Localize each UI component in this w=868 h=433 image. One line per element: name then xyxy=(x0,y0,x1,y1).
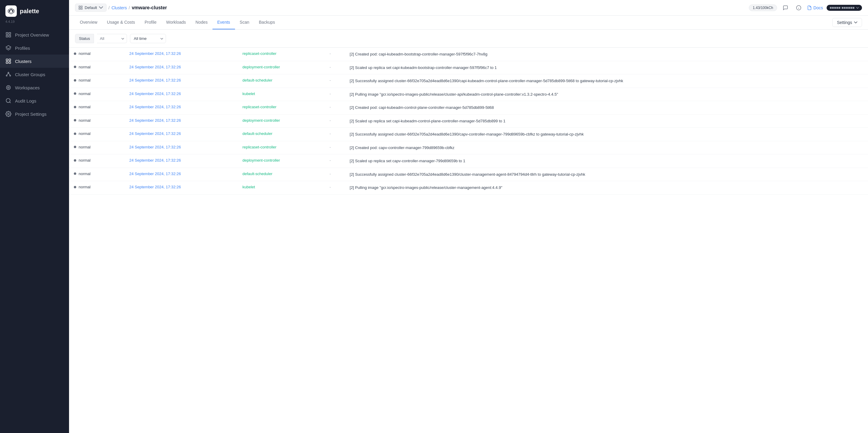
status-filter-label: Status xyxy=(75,34,94,43)
audit-icon xyxy=(5,98,11,104)
status-dot xyxy=(74,92,76,95)
svg-rect-25 xyxy=(81,8,82,9)
svg-rect-8 xyxy=(6,59,8,61)
chat-icon-btn[interactable] xyxy=(781,3,790,12)
status-dot xyxy=(74,53,76,55)
dash-cell: - xyxy=(325,74,345,88)
source-cell[interactable]: kubelet xyxy=(238,181,325,195)
tab-scan[interactable]: Scan xyxy=(235,15,254,29)
status-text: normal xyxy=(79,118,91,123)
date-cell: 24 September 2024, 17:32:26 xyxy=(125,74,238,88)
sidebar-item-project-settings[interactable]: Project Settings xyxy=(0,107,69,121)
message-cell: [2] Successfully assigned cluster-66f32e… xyxy=(345,168,868,181)
source-cell[interactable]: replicaset-controller xyxy=(238,141,325,155)
tab-bar: Overview Usage & Costs Profile Workloads… xyxy=(69,15,868,30)
sidebar-item-audit-logs[interactable]: Audit Logs xyxy=(0,94,69,107)
docs-button[interactable]: Docs xyxy=(807,5,823,10)
sidebar-item-project-overview[interactable]: Project Overview xyxy=(0,28,69,41)
tab-nodes[interactable]: Nodes xyxy=(191,15,212,29)
sidebar-item-label-clusters: Clusters xyxy=(15,59,32,64)
status-dot xyxy=(74,172,76,175)
settings-button[interactable]: Settings xyxy=(832,18,862,27)
source-cell[interactable]: deployment-controller xyxy=(238,155,325,168)
table-row: normal 24 September 2024, 17:32:26 kubel… xyxy=(69,88,868,101)
source-cell[interactable]: replicaset-controller xyxy=(238,48,325,61)
message-cell: [2] Scaled up replica set capv-controlle… xyxy=(345,155,868,168)
table-row: normal 24 September 2024, 17:32:26 repli… xyxy=(69,48,868,61)
status-cell: normal xyxy=(74,65,120,69)
kch-badge: 1.43/100kCh xyxy=(749,4,777,11)
svg-point-18 xyxy=(6,86,10,89)
dash-cell: - xyxy=(325,181,345,195)
topbar-right: 1.43/100kCh Docs ■■■■■ ■■■■■■ xyxy=(749,3,862,12)
date-cell: 24 September 2024, 17:32:26 xyxy=(125,88,238,101)
workspace-selector[interactable]: Default xyxy=(75,4,106,12)
tab-usage-costs[interactable]: Usage & Costs xyxy=(102,15,140,29)
status-filter-select[interactable]: All xyxy=(97,34,127,43)
source-cell[interactable]: deployment-controller xyxy=(238,61,325,74)
status-dot xyxy=(74,106,76,108)
status-text: normal xyxy=(79,105,91,109)
status-dot xyxy=(74,186,76,188)
tab-backups[interactable]: Backups xyxy=(254,15,280,29)
sidebar-nav: Project Overview Profiles Clusters Clust… xyxy=(0,28,69,433)
dash-cell: - xyxy=(325,88,345,101)
svg-rect-24 xyxy=(79,8,80,9)
sidebar-logo: palette xyxy=(0,0,69,20)
time-filter-select[interactable]: All time xyxy=(130,34,166,43)
source-cell[interactable]: replicaset-controller xyxy=(238,101,325,114)
status-dot xyxy=(74,66,76,68)
svg-rect-6 xyxy=(9,35,11,37)
message-cell: [2] Created pod: capi-kubeadm-bootstrap-… xyxy=(345,48,868,61)
date-cell: 24 September 2024, 17:32:26 xyxy=(125,114,238,128)
svg-rect-10 xyxy=(6,62,8,64)
source-cell[interactable]: default-scheduler xyxy=(238,168,325,181)
info-icon xyxy=(796,5,801,10)
message-cell: [2] Successfully assigned cluster-66f32e… xyxy=(345,74,868,88)
status-cell: normal xyxy=(74,92,120,96)
sidebar-item-profiles[interactable]: Profiles xyxy=(0,41,69,55)
status-cell: normal xyxy=(74,145,120,149)
date-cell: 24 September 2024, 17:32:26 xyxy=(125,141,238,155)
date-cell: 24 September 2024, 17:32:26 xyxy=(125,155,238,168)
info-icon-btn[interactable] xyxy=(794,3,803,12)
svg-point-21 xyxy=(8,113,9,115)
source-cell[interactable]: default-scheduler xyxy=(238,74,325,88)
svg-line-16 xyxy=(8,73,10,75)
svg-rect-23 xyxy=(81,6,82,7)
user-menu[interactable]: ■■■■■ ■■■■■■ xyxy=(827,5,862,11)
tab-profile[interactable]: Profile xyxy=(140,15,161,29)
svg-marker-7 xyxy=(6,45,11,49)
sidebar-item-workspaces[interactable]: Workspaces xyxy=(0,81,69,94)
date-cell: 24 September 2024, 17:32:26 xyxy=(125,101,238,114)
status-dot xyxy=(74,133,76,135)
source-cell[interactable]: kubelet xyxy=(238,88,325,101)
sidebar: palette 4.4.19 Project Overview Profiles… xyxy=(0,0,69,433)
svg-rect-3 xyxy=(6,33,8,34)
tab-events[interactable]: Events xyxy=(213,15,235,29)
source-cell[interactable]: deployment-controller xyxy=(238,114,325,128)
sidebar-item-clusters[interactable]: Clusters xyxy=(0,55,69,68)
sidebar-item-cluster-groups[interactable]: Cluster Groups xyxy=(0,68,69,81)
tab-overview[interactable]: Overview xyxy=(75,15,102,29)
workspaces-icon xyxy=(5,85,11,91)
dash-cell: - xyxy=(325,168,345,181)
message-cell: [2] Pulling image "gcr.io/spectro-images… xyxy=(345,88,868,101)
svg-rect-11 xyxy=(9,62,11,64)
dash-cell: - xyxy=(325,61,345,74)
date-cell: 24 September 2024, 17:32:26 xyxy=(125,128,238,141)
sidebar-item-label-project-overview: Project Overview xyxy=(15,32,49,37)
main-content: Default / Clusters / vmware-cluster 1.43… xyxy=(69,0,868,433)
breadcrumb-clusters[interactable]: Clusters xyxy=(111,5,127,10)
svg-point-17 xyxy=(8,87,9,89)
filter-bar: Status All All time xyxy=(69,30,868,48)
logo-icon xyxy=(5,5,17,17)
source-cell[interactable]: default-scheduler xyxy=(238,128,325,141)
tab-workloads[interactable]: Workloads xyxy=(161,15,191,29)
topbar-left: Default / Clusters / vmware-cluster xyxy=(75,4,746,12)
table-row: normal 24 September 2024, 17:32:26 deplo… xyxy=(69,61,868,74)
sidebar-item-label-workspaces: Workspaces xyxy=(15,85,40,90)
status-cell: normal xyxy=(74,171,120,176)
status-dot xyxy=(74,119,76,122)
status-cell: normal xyxy=(74,51,120,56)
